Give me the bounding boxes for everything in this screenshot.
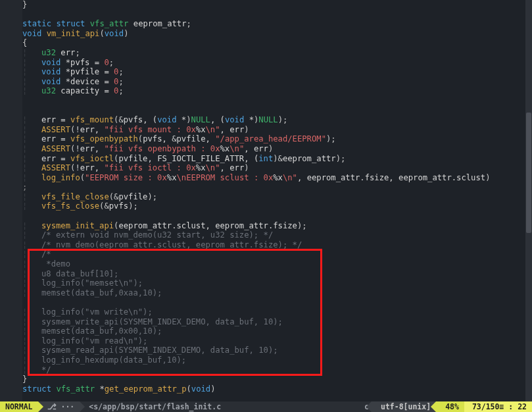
code-line[interactable]: 121¦ *demo: [0, 259, 532, 269]
code-line[interactable]: 111¦ err = vfs_ioctl(pvfile, FS_IOCTL_FI…: [0, 154, 532, 164]
code-line[interactable]: 106: [0, 106, 532, 116]
code-line[interactable]: 110¦ ASSERT(!err, "fii vfs openbypath : …: [0, 144, 532, 154]
file-path: <s/app/bsp/start/flash_init.c: [80, 401, 226, 412]
code-line[interactable]: 105: [0, 96, 532, 106]
code-line[interactable]: 126¦ log_info("vm write\n");: [0, 307, 532, 317]
code-text: ¦ */: [22, 365, 532, 375]
code-text: ¦ u32 capacity = 0;: [22, 86, 532, 96]
code-text: {: [22, 38, 532, 48]
code-editor[interactable]: 95}9697static struct vfs_attr eeprom_att…: [0, 0, 532, 401]
code-line[interactable]: 95}: [0, 0, 532, 10]
code-line[interactable]: 102¦ void *pvfile = 0;: [0, 67, 532, 77]
code-text: ¦ vfs_fs_close(&pvfs);: [22, 201, 532, 211]
code-line[interactable]: 98void vm_init_api(void): [0, 29, 532, 39]
code-line[interactable]: 119¦ /* nvm_demo(eeprom_attr.sclust, eep…: [0, 240, 532, 250]
code-line[interactable]: 113¦ log_info("EEPROM size : 0x%x\nEEPRO…: [0, 173, 532, 183]
code-line[interactable]: 124¦ memset(data_buf,0xaa,10);: [0, 288, 532, 298]
code-text: ¦ u8 data_buf[10];: [22, 269, 532, 279]
code-text: ¦ /* nvm_demo(eeprom_attr.sclust, eeprom…: [22, 240, 532, 250]
scrollbar-thumb[interactable]: [526, 113, 531, 233]
code-line[interactable]: 128¦ memset(data_buf,0x00,10);: [0, 326, 532, 336]
code-text: ¦ void *pvfs = 0;: [22, 58, 532, 68]
code-text: ¦ /* extern void nvm_demo(u32 start, u32…: [22, 230, 532, 240]
code-text: ¦ ASSERT(!err, "fii vfs openbypath : 0x%…: [22, 144, 532, 154]
status-bar: NORMAL ⎇ ··· <s/app/bsp/start/flash_init…: [0, 401, 532, 412]
code-line[interactable]: 131¦ log_info_hexdump(data_buf,10);: [0, 355, 532, 365]
cursor-position: 73/150≡ : 22: [464, 401, 532, 412]
code-text: ¦ log_info("vm write\n");: [22, 307, 532, 317]
code-line[interactable]: 115¦ vfs_fs_close(&pvfs);: [0, 201, 532, 211]
code-text: ¦ err = vfs_mount(&pvfs, (void *)NULL, (…: [22, 115, 532, 125]
code-line[interactable]: 123¦ log_info("memset\n");: [0, 278, 532, 288]
code-text: ¦ sysmem_read_api(SYSMEM_INDEX_DEMO, dat…: [22, 346, 532, 355]
vim-mode: NORMAL: [0, 401, 38, 412]
code-text: ¦ err = vfs_ioctl(pvfile, FS_IOCTL_FILE_…: [22, 154, 532, 164]
vertical-scrollbar[interactable]: [525, 0, 532, 401]
scroll-percent: 48%: [436, 401, 464, 412]
status-spacer: [226, 401, 359, 412]
code-text: ¦ log_info("memset\n");: [22, 278, 532, 288]
code-line[interactable]: 108¦ ASSERT(!err, "fii vfs mount : 0x%x\…: [0, 125, 532, 135]
code-line[interactable]: 112¦ ASSERT(!err, "fii vfs ioctl : 0x%x\…: [0, 163, 532, 173]
code-line[interactable]: 120¦ /*: [0, 249, 532, 259]
line-number-gutter: [0, 0, 22, 401]
code-line[interactable]: 101¦ void *pvfs = 0;: [0, 58, 532, 68]
git-branch: ⎇ ···: [38, 401, 80, 412]
code-text: ¦ ASSERT(!err, "fii vfs ioctl : 0x%x\n",…: [22, 163, 532, 173]
code-line[interactable]: 104¦ u32 capacity = 0;: [0, 86, 532, 96]
code-line[interactable]: 114¦ vfs_file_close(&pvfile);: [0, 192, 532, 202]
code-line[interactable]: 117¦ sysmem_init_api(eeprom_attr.sclust,…: [0, 221, 532, 231]
branch-icon: ⎇: [47, 402, 57, 412]
code-text: ;: [22, 182, 532, 192]
code-line[interactable]: 127¦ sysmem_write_api(SYSMEM_INDEX_DEMO,…: [0, 317, 532, 327]
code-text: void vm_init_api(void): [22, 29, 532, 39]
code-line[interactable]: 116: [0, 211, 532, 221]
code-text: ¦ sysmem_write_api(SYSMEM_INDEX_DEMO, da…: [22, 317, 532, 327]
code-text: ¦ err = vfs_openbypath(pvfs, &pvfile, "/…: [22, 134, 532, 144]
code-text: ¦ void *pvfile = 0;: [22, 67, 532, 77]
code-line[interactable]: 122¦ u8 data_buf[10];: [0, 269, 532, 279]
code-text: ¦ *demo: [22, 259, 532, 269]
code-line-wrap[interactable]: ;: [0, 182, 532, 192]
code-line[interactable]: 97static struct vfs_attr eeprom_attr;: [0, 19, 532, 29]
code-text: ¦ log_info("vm read\n");: [22, 336, 532, 346]
code-text: ¦ /*: [22, 249, 532, 259]
code-text: ¦ memset(data_buf,0xaa,10);: [22, 288, 532, 298]
code-text: struct vfs_attr *get_eeprom_attr_p(void): [22, 384, 532, 394]
code-text: }: [22, 0, 532, 10]
code-text: ¦ sysmem_init_api(eeprom_attr.sclust, ee…: [22, 221, 532, 231]
code-line[interactable]: 132¦ */: [0, 365, 532, 375]
code-line[interactable]: 125: [0, 297, 532, 307]
code-line[interactable]: 133}: [0, 374, 532, 384]
code-line[interactable]: 109¦ err = vfs_openbypath(pvfs, &pvfile,…: [0, 134, 532, 144]
code-line[interactable]: 99{: [0, 38, 532, 48]
code-line[interactable]: 130¦ sysmem_read_api(SYSMEM_INDEX_DEMO, …: [0, 346, 532, 355]
code-text: ¦ log_info_hexdump(data_buf,10);: [22, 355, 532, 365]
code-text: ¦ void *device = 0;: [22, 77, 532, 87]
code-text: ¦ u32 err;: [22, 48, 532, 58]
code-line[interactable]: 96: [0, 10, 532, 20]
code-line[interactable]: 103¦ void *device = 0;: [0, 77, 532, 87]
code-text: static struct vfs_attr eeprom_attr;: [22, 19, 532, 29]
code-line[interactable]: 118¦ /* extern void nvm_demo(u32 start, …: [0, 230, 532, 240]
code-line[interactable]: 134struct vfs_attr *get_eeprom_attr_p(vo…: [0, 384, 532, 394]
code-text: ¦ vfs_file_close(&pvfile);: [22, 192, 532, 202]
code-text: ¦ ASSERT(!err, "fii vfs mount : 0x%x\n",…: [22, 125, 532, 135]
code-line[interactable]: 107¦ err = vfs_mount(&pvfs, (void *)NULL…: [0, 115, 532, 125]
code-text: ¦ memset(data_buf,0x00,10);: [22, 326, 532, 336]
code-line[interactable]: 100¦ u32 err;: [0, 48, 532, 58]
code-line[interactable]: 129¦ log_info("vm read\n");: [0, 336, 532, 346]
encoding: utf-8[unix]: [372, 401, 436, 412]
code-text: ¦ log_info("EEPROM size : 0x%x\nEEPROM s…: [22, 173, 532, 183]
code-text: }: [22, 374, 532, 384]
